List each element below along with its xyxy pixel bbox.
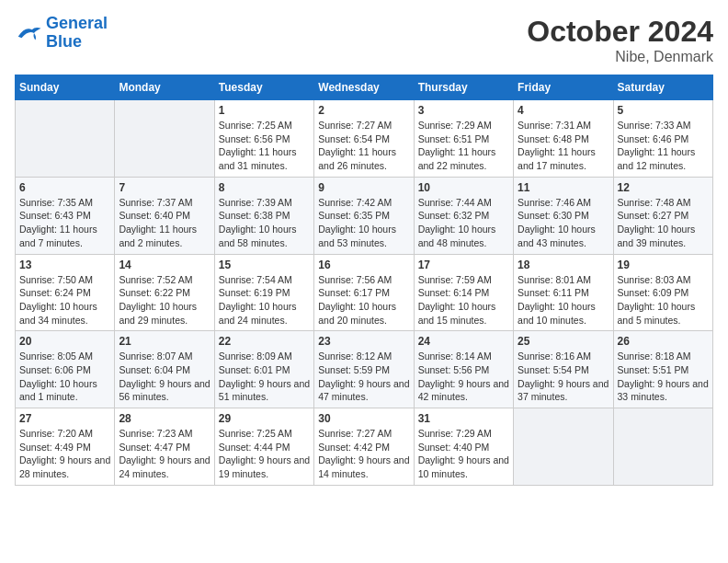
day-number: 27: [19, 412, 110, 425]
logo: General Blue: [15, 15, 108, 52]
day-number: 12: [618, 181, 709, 194]
day-info: Sunrise: 7:44 AM Sunset: 6:32 PM Dayligh…: [418, 196, 509, 250]
page-subtitle: Nibe, Denmark: [527, 49, 713, 65]
day-number: 16: [318, 259, 409, 271]
column-header-tuesday: Tuesday: [214, 75, 313, 100]
day-number: 8: [219, 181, 310, 194]
day-number: 5: [618, 104, 709, 117]
calendar-table: SundayMondayTuesdayWednesdayThursdayFrid…: [15, 75, 713, 486]
calendar-cell: 9Sunrise: 7:42 AM Sunset: 6:35 PM Daylig…: [314, 177, 414, 254]
calendar-cell: 29Sunrise: 7:25 AM Sunset: 4:44 PM Dayli…: [214, 408, 313, 486]
day-info: Sunrise: 7:39 AM Sunset: 6:38 PM Dayligh…: [219, 196, 310, 250]
calendar-cell: [16, 100, 115, 178]
day-number: 6: [19, 181, 110, 194]
day-number: 23: [318, 335, 409, 348]
calendar-cell: 18Sunrise: 8:01 AM Sunset: 6:11 PM Dayli…: [514, 254, 613, 331]
calendar-cell: 15Sunrise: 7:54 AM Sunset: 6:19 PM Dayli…: [214, 254, 313, 331]
calendar-cell: 28Sunrise: 7:23 AM Sunset: 4:47 PM Dayli…: [115, 408, 214, 486]
calendar-cell: 10Sunrise: 7:44 AM Sunset: 6:32 PM Dayli…: [414, 177, 513, 254]
day-number: 25: [518, 335, 609, 348]
day-info: Sunrise: 8:12 AM Sunset: 5:59 PM Dayligh…: [318, 350, 409, 404]
day-number: 24: [418, 335, 509, 348]
day-number: 31: [418, 412, 509, 425]
day-info: Sunrise: 7:46 AM Sunset: 6:30 PM Dayligh…: [518, 196, 609, 250]
column-header-saturday: Saturday: [613, 75, 712, 100]
calendar-cell: 27Sunrise: 7:20 AM Sunset: 4:49 PM Dayli…: [16, 408, 115, 486]
day-info: Sunrise: 7:27 AM Sunset: 4:42 PM Dayligh…: [318, 427, 409, 481]
day-info: Sunrise: 8:18 AM Sunset: 5:51 PM Dayligh…: [618, 350, 709, 404]
column-header-friday: Friday: [514, 75, 613, 100]
day-number: 17: [418, 259, 509, 271]
day-info: Sunrise: 8:16 AM Sunset: 5:54 PM Dayligh…: [518, 350, 609, 404]
calendar-cell: 13Sunrise: 7:50 AM Sunset: 6:24 PM Dayli…: [16, 254, 115, 331]
calendar-cell: 6Sunrise: 7:35 AM Sunset: 6:43 PM Daylig…: [16, 177, 115, 254]
day-number: 11: [518, 181, 609, 194]
day-number: 22: [219, 335, 310, 348]
day-info: Sunrise: 7:50 AM Sunset: 6:24 PM Dayligh…: [19, 273, 110, 327]
calendar-cell: 26Sunrise: 8:18 AM Sunset: 5:51 PM Dayli…: [613, 331, 712, 408]
calendar-cell: 31Sunrise: 7:29 AM Sunset: 4:40 PM Dayli…: [414, 408, 513, 486]
calendar-cell: 8Sunrise: 7:39 AM Sunset: 6:38 PM Daylig…: [214, 177, 313, 254]
calendar-cell: 11Sunrise: 7:46 AM Sunset: 6:30 PM Dayli…: [514, 177, 613, 254]
day-info: Sunrise: 7:48 AM Sunset: 6:27 PM Dayligh…: [618, 196, 709, 250]
day-info: Sunrise: 7:35 AM Sunset: 6:43 PM Dayligh…: [19, 196, 110, 250]
column-header-wednesday: Wednesday: [314, 75, 414, 100]
day-info: Sunrise: 8:09 AM Sunset: 6:01 PM Dayligh…: [219, 350, 310, 404]
calendar-cell: 14Sunrise: 7:52 AM Sunset: 6:22 PM Dayli…: [115, 254, 214, 331]
day-number: 18: [518, 259, 609, 271]
day-info: Sunrise: 8:14 AM Sunset: 5:56 PM Dayligh…: [418, 350, 509, 404]
day-info: Sunrise: 8:01 AM Sunset: 6:11 PM Dayligh…: [518, 273, 609, 327]
day-info: Sunrise: 8:07 AM Sunset: 6:04 PM Dayligh…: [119, 350, 210, 404]
day-number: 1: [219, 104, 310, 117]
day-number: 20: [19, 335, 110, 348]
column-header-thursday: Thursday: [414, 75, 513, 100]
day-number: 4: [518, 104, 609, 117]
calendar-header: SundayMondayTuesdayWednesdayThursdayFrid…: [16, 75, 713, 100]
day-number: 29: [219, 412, 310, 425]
day-info: Sunrise: 7:59 AM Sunset: 6:14 PM Dayligh…: [418, 273, 509, 327]
day-info: Sunrise: 8:05 AM Sunset: 6:06 PM Dayligh…: [19, 350, 110, 404]
day-info: Sunrise: 7:42 AM Sunset: 6:35 PM Dayligh…: [318, 196, 409, 250]
calendar-cell: 7Sunrise: 7:37 AM Sunset: 6:40 PM Daylig…: [115, 177, 214, 254]
day-info: Sunrise: 7:27 AM Sunset: 6:54 PM Dayligh…: [318, 119, 409, 173]
day-number: 3: [418, 104, 509, 117]
page-header: General Blue October 2024 Nibe, Denmark: [15, 15, 713, 65]
calendar-cell: 22Sunrise: 8:09 AM Sunset: 6:01 PM Dayli…: [214, 331, 313, 408]
day-info: Sunrise: 7:29 AM Sunset: 4:40 PM Dayligh…: [418, 427, 509, 481]
day-info: Sunrise: 7:25 AM Sunset: 4:44 PM Dayligh…: [219, 427, 310, 481]
logo-text: General Blue: [46, 15, 108, 52]
day-number: 30: [318, 412, 409, 425]
day-info: Sunrise: 7:33 AM Sunset: 6:46 PM Dayligh…: [618, 119, 709, 173]
day-info: Sunrise: 7:20 AM Sunset: 4:49 PM Dayligh…: [19, 427, 110, 481]
day-info: Sunrise: 7:25 AM Sunset: 6:56 PM Dayligh…: [219, 119, 310, 173]
day-number: 7: [119, 181, 210, 194]
calendar-cell: [613, 408, 712, 486]
calendar-cell: 23Sunrise: 8:12 AM Sunset: 5:59 PM Dayli…: [314, 331, 414, 408]
day-info: Sunrise: 7:56 AM Sunset: 6:17 PM Dayligh…: [318, 273, 409, 327]
day-info: Sunrise: 7:29 AM Sunset: 6:51 PM Dayligh…: [418, 119, 509, 173]
calendar-cell: 1Sunrise: 7:25 AM Sunset: 6:56 PM Daylig…: [214, 100, 313, 178]
day-number: 10: [418, 181, 509, 194]
title-block: October 2024 Nibe, Denmark: [527, 15, 713, 65]
day-info: Sunrise: 7:31 AM Sunset: 6:48 PM Dayligh…: [518, 119, 609, 173]
day-number: 13: [19, 259, 110, 271]
day-number: 15: [219, 259, 310, 271]
page-title: October 2024: [527, 15, 713, 49]
logo-icon: [15, 22, 42, 44]
calendar-cell: 12Sunrise: 7:48 AM Sunset: 6:27 PM Dayli…: [613, 177, 712, 254]
day-info: Sunrise: 7:54 AM Sunset: 6:19 PM Dayligh…: [219, 273, 310, 327]
day-number: 21: [119, 335, 210, 348]
day-number: 14: [119, 259, 210, 271]
calendar-cell: 3Sunrise: 7:29 AM Sunset: 6:51 PM Daylig…: [414, 100, 513, 178]
calendar-cell: 17Sunrise: 7:59 AM Sunset: 6:14 PM Dayli…: [414, 254, 513, 331]
calendar-cell: 20Sunrise: 8:05 AM Sunset: 6:06 PM Dayli…: [16, 331, 115, 408]
day-info: Sunrise: 8:03 AM Sunset: 6:09 PM Dayligh…: [618, 273, 709, 327]
calendar-cell: 2Sunrise: 7:27 AM Sunset: 6:54 PM Daylig…: [314, 100, 414, 178]
day-info: Sunrise: 7:37 AM Sunset: 6:40 PM Dayligh…: [119, 196, 210, 250]
day-number: 9: [318, 181, 409, 194]
calendar-cell: 5Sunrise: 7:33 AM Sunset: 6:46 PM Daylig…: [613, 100, 712, 178]
day-number: 26: [618, 335, 709, 348]
day-number: 28: [119, 412, 210, 425]
column-header-sunday: Sunday: [16, 75, 115, 100]
calendar-cell: [514, 408, 613, 486]
